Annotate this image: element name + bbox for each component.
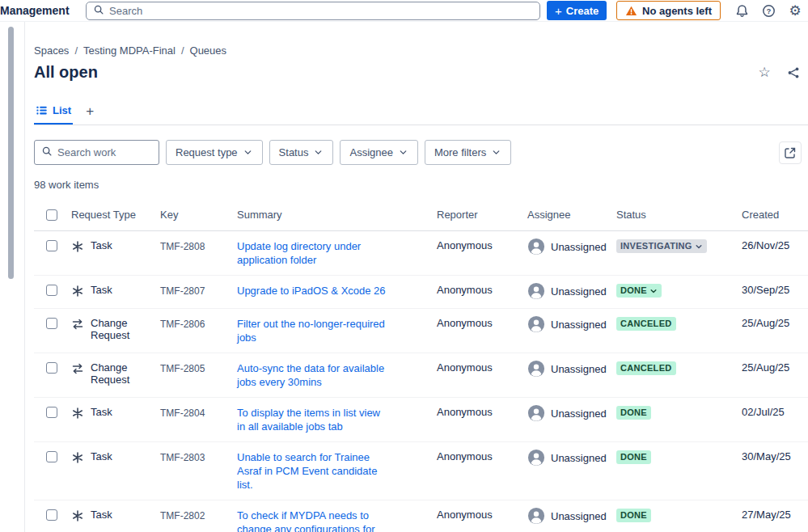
table-row[interactable]: Task TMF-2804 To display the items in li… [34, 398, 808, 442]
column-header-created[interactable]: Created [742, 209, 808, 221]
work-item-summary-link[interactable]: Unable to search for Trainee Asraf in PC… [237, 450, 387, 492]
work-type-icon [71, 362, 84, 375]
add-tab-button[interactable]: + [86, 104, 94, 125]
chevron-down-icon [313, 147, 324, 158]
breadcrumb-spaces[interactable]: Spaces [34, 44, 69, 57]
work-items-table: Request Type Key Summary Reporter Assign… [34, 201, 808, 532]
breadcrumb-separator: / [74, 44, 78, 57]
assignee-avatar-icon [527, 360, 545, 378]
assignee-name: Unassigned [551, 241, 607, 253]
status-badge-label: DONE [620, 408, 647, 417]
status-badge-label: DONE [620, 286, 647, 295]
breadcrumb-queues[interactable]: Queues [190, 44, 227, 57]
row-checkbox[interactable] [46, 240, 57, 251]
column-header-summary[interactable]: Summary [237, 209, 437, 221]
chevron-down-icon [695, 243, 703, 251]
select-all-checkbox[interactable] [46, 209, 57, 221]
breadcrumb-project[interactable]: Testing MDPA-Final [83, 44, 176, 57]
search-work-field[interactable] [34, 140, 159, 165]
status-badge-label: CANCELED [620, 364, 672, 373]
more-filters-button[interactable]: More filters [425, 140, 511, 165]
row-checkbox[interactable] [46, 509, 57, 521]
table-body: Task TMF-2808 Update log directory under… [34, 231, 808, 532]
scrollbar-thumb[interactable] [8, 27, 14, 279]
status-badge[interactable]: DONE [616, 509, 651, 522]
work-item-key: TMF-2804 [160, 406, 237, 419]
global-search-input[interactable] [109, 5, 533, 17]
status-badge[interactable]: DONE [616, 406, 651, 420]
assignee-name: Unassigned [551, 452, 607, 464]
table-row[interactable]: Change Request TMF-2806 Filter out the n… [34, 309, 808, 353]
work-type-icon [71, 451, 84, 464]
no-agents-left-button[interactable]: No agents left [616, 1, 721, 20]
status-badge[interactable]: DONE [616, 450, 651, 464]
breadcrumb-separator: / [181, 44, 184, 57]
status-badge[interactable]: CANCELED [616, 317, 676, 331]
open-in-new-window-button[interactable] [779, 141, 802, 164]
request-type-filter[interactable]: Request type [166, 140, 263, 165]
work-type-icon [71, 240, 84, 253]
create-button[interactable]: + Create [547, 1, 607, 20]
assignee-filter-label: Assignee [349, 146, 392, 158]
create-button-label: Create [566, 5, 599, 17]
notifications-bell-icon[interactable] [734, 2, 750, 19]
work-item-summary-link[interactable]: Auto-sync the data for available jobs ev… [237, 361, 387, 389]
assignee-name: Unassigned [551, 319, 607, 331]
search-work-input[interactable] [57, 146, 152, 158]
table-row[interactable]: Task TMF-2803 Unable to search for Train… [34, 442, 808, 500]
tab-list-label: List [53, 104, 71, 116]
created-date: 02/Jul/25 [742, 406, 808, 418]
table-row[interactable]: Task TMF-2807 Upgrade to iPadOS & Xcode … [34, 276, 808, 309]
chevron-down-icon [649, 287, 658, 295]
global-search[interactable] [86, 2, 540, 20]
status-filter-label: Status [279, 146, 309, 158]
work-item-summary-link[interactable]: Filter out the no-longer-required jobs [237, 317, 387, 344]
column-header-request-type[interactable]: Request Type [71, 209, 160, 221]
settings-gear-icon[interactable]: ⚙ [787, 2, 803, 19]
created-date: 27/May/25 [742, 509, 808, 521]
status-badge-label: INVESTIGATING [620, 242, 692, 251]
work-item-key: TMF-2802 [160, 509, 237, 521]
column-header-reporter[interactable]: Reporter [437, 209, 527, 221]
help-icon[interactable]: ? [760, 2, 776, 19]
table-header: Request Type Key Summary Reporter Assign… [34, 201, 808, 231]
row-checkbox[interactable] [46, 451, 57, 462]
work-item-summary-link[interactable]: Upgrade to iPadOS & Xcode 26 [237, 284, 386, 298]
work-type-icon [71, 318, 84, 331]
assignee-avatar-icon [527, 449, 545, 467]
status-filter[interactable]: Status [269, 140, 334, 165]
assignee-filter[interactable]: Assignee [340, 140, 417, 165]
row-checkbox[interactable] [46, 318, 57, 329]
created-date: 30/Sep/25 [742, 284, 808, 296]
star-icon[interactable]: ☆ [756, 65, 772, 81]
row-checkbox[interactable] [46, 407, 57, 418]
app-title: Management [0, 4, 86, 17]
work-item-summary-link[interactable]: Update log directory under application f… [237, 239, 387, 267]
row-checkbox[interactable] [46, 362, 57, 374]
table-row[interactable]: Task TMF-2802 To check if MYDPA needs to… [34, 500, 808, 532]
assignee-avatar-icon [527, 315, 545, 333]
column-header-assignee[interactable]: Assignee [527, 209, 616, 221]
column-header-key[interactable]: Key [160, 209, 237, 221]
view-tabs: List + [34, 101, 808, 125]
column-header-status[interactable]: Status [616, 209, 742, 221]
work-item-summary-link[interactable]: To display the items in list view in all… [237, 406, 387, 433]
status-badge[interactable]: DONE [616, 284, 662, 298]
work-item-summary-link[interactable]: To check if MYDPA needs to change any co… [237, 509, 387, 532]
work-type-icon [71, 509, 84, 522]
share-icon[interactable] [785, 65, 802, 81]
table-row[interactable]: Change Request TMF-2805 Auto-sync the da… [34, 353, 808, 398]
page-body: Spaces / Testing MDPA-Final / Queues All… [0, 22, 808, 532]
row-checkbox[interactable] [46, 285, 57, 296]
status-badge[interactable]: INVESTIGATING [616, 239, 707, 253]
work-item-key: TMF-2806 [160, 317, 237, 330]
work-item-key: TMF-2807 [160, 284, 237, 297]
table-row[interactable]: Task TMF-2808 Update log directory under… [34, 231, 808, 276]
created-date: 25/Aug/25 [742, 317, 808, 329]
tab-list[interactable]: List [34, 101, 73, 125]
status-badge[interactable]: CANCELED [616, 361, 676, 375]
work-type-label: Task [91, 509, 112, 521]
topbar-icons: ? ⚙ [734, 2, 803, 19]
reporter-name: Anonymous [437, 239, 527, 251]
work-items-count: 98 work items [34, 179, 808, 191]
